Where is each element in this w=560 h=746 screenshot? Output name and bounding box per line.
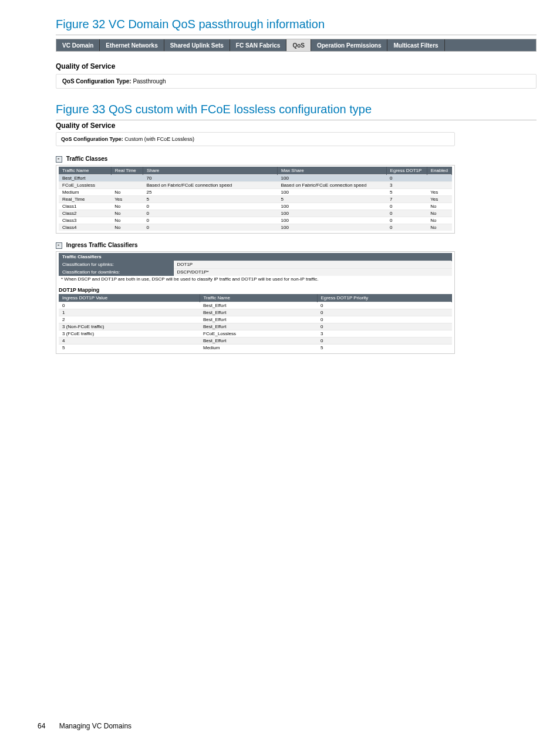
table-row[interactable]: FCoE_Lossless Based on Fabric/FCoE conne… [59,181,452,188]
traffic-classes-label: Traffic Classes [66,156,108,162]
cell: No [111,224,143,231]
traffic-classes-box: Traffic Name Real Time Share Max Share E… [56,165,455,234]
tab-fc-san-fabrics[interactable]: FC SAN Fabrics [230,39,287,51]
cell: 100 [278,217,387,224]
classifiers-table: Traffic Classifiers Classification for u… [59,253,452,276]
qos-config-box: QoS Configuration Type: Passthrough [56,74,537,89]
cell: No [111,217,143,224]
cell: Best_Effort [200,323,317,330]
figure32-rule [56,35,537,35]
cell: 0 [317,302,452,309]
cell: FCoE_Lossless [59,181,111,188]
cell: Medium [59,188,111,195]
cell: 100 [278,188,387,195]
cell: 100 [278,210,387,217]
collapse-icon[interactable] [56,242,62,249]
cell: 1 [59,309,200,316]
th-traffic-name: Traffic Name [200,294,317,302]
cls-downlinks-label: Classification for downlinks: [59,268,173,276]
th-traffic-name: Traffic Name [59,167,111,175]
cell: Best_Effort [200,309,317,316]
cell: Best_Effort [200,337,317,345]
cell: 0 [386,224,427,231]
collapse-icon[interactable] [56,156,62,163]
dot1p-mapping-heading: DOT1P Mapping [59,287,452,293]
table-row[interactable]: Class3 No 0 100 0 No [59,217,452,224]
cell: No [111,202,143,210]
tab-multicast-filters[interactable]: Multicast Filters [387,39,444,51]
th-enabled: Enabled [427,167,451,175]
cell: 5 [59,345,200,352]
ingress-classifiers-label: Ingress Traffic Classifiers [66,242,138,248]
table-row[interactable]: 1 Best_Effort 0 [59,309,452,316]
cell: 70 [143,174,277,181]
cell: 0 [386,174,427,181]
cell: 0 [386,210,427,217]
table-row[interactable]: Class4 No 0 100 0 No [59,224,452,231]
classifiers-footnote: * When DSCP and DOT1P are both in use, D… [59,276,452,282]
table-row[interactable]: Class2 No 0 100 0 No [59,210,452,217]
figure33-title: Figure 33 QoS custom with FCoE lossless … [56,103,537,116]
table-row[interactable]: 3 (Non-FCoE traffic) Best_Effort 0 [59,323,452,330]
th-max-share: Max Share [278,167,387,175]
cell: Yes [427,195,451,202]
cell: 0 [317,316,452,323]
qos-config-value-33: Custom (with FCoE Lossless) [124,136,194,142]
cell: No [427,202,451,210]
cell: 0 [386,202,427,210]
table-row[interactable]: 3 (FCoE traffic) FCoE_Lossless 3 [59,330,452,337]
cell: 3 [386,181,427,188]
cell: Class2 [59,210,111,217]
figure32-title: Figure 32 VC Domain QoS passthrough info… [56,18,537,31]
tab-bar: VC Domain Ethernet Networks Shared Uplin… [56,39,537,52]
cell: 5 [278,195,387,202]
qos-config-label: QoS Configuration Type: [62,78,131,85]
cell: Medium [200,345,317,352]
cell: 3 (FCoE traffic) [59,330,200,337]
cell [111,174,143,181]
cell: 2 [59,316,200,323]
cell: No [111,210,143,217]
th-share: Share [143,167,277,175]
table-row: Classification for downlinks: DSCP/DOT1P… [59,268,452,276]
tab-operation-permissions[interactable]: Operation Permissions [311,39,387,51]
cell: 0 [317,323,452,330]
table-row[interactable]: 5 Medium 5 [59,345,452,352]
th-egress-dot1p-priority: Egress DOT1P Priority [317,294,452,302]
tab-vc-domain[interactable]: VC Domain [56,39,100,51]
cell: 0 [143,224,277,231]
cell: 3 [317,330,452,337]
cell: 0 [317,337,452,345]
cell: Best_Effort [59,174,111,181]
cell: 5 [143,195,277,202]
table-row[interactable]: Class1 No 0 100 0 No [59,202,452,210]
qos-config-label-33: QoS Configuration Type: [61,136,123,142]
cls-uplinks-value: DOT1P [173,261,452,268]
cell [427,181,451,188]
table-row[interactable]: Medium No 25 100 5 Yes [59,188,452,195]
cell: 0 [386,217,427,224]
cell: No [427,210,451,217]
qos-panel-heading: Quality of Service [56,62,537,70]
cell: Class4 [59,224,111,231]
cell: 3 (Non-FCoE traffic) [59,323,200,330]
cell: 0 [143,217,277,224]
table-row[interactable]: 4 Best_Effort 0 [59,337,452,345]
cell: FCoE_Lossless [200,330,317,337]
cell: 4 [59,337,200,345]
tab-ethernet-networks[interactable]: Ethernet Networks [100,39,164,51]
tab-qos[interactable]: QoS [286,39,311,51]
ingress-classifiers-heading: Ingress Traffic Classifiers [56,242,455,249]
cls-downlinks-value: DSCP/DOT1P* [173,268,452,276]
table-row[interactable]: Real_Time Yes 5 5 7 Yes [59,195,452,202]
table-row[interactable]: 2 Best_Effort 0 [59,316,452,323]
table-row[interactable]: Best_Effort 70 100 0 [59,174,452,181]
table-row: Classification for uplinks: DOT1P [59,261,452,268]
qos-config-value: Passthrough [133,78,166,85]
dot1p-mapping-table: Ingress DOT1P Value Traffic Name Egress … [59,294,452,351]
cell: No [427,224,451,231]
table-row[interactable]: 0 Best_Effort 0 [59,302,452,309]
cell: No [427,217,451,224]
th-ingress-dot1p-value: Ingress DOT1P Value [59,294,200,302]
tab-shared-uplink-sets[interactable]: Shared Uplink Sets [164,39,230,51]
